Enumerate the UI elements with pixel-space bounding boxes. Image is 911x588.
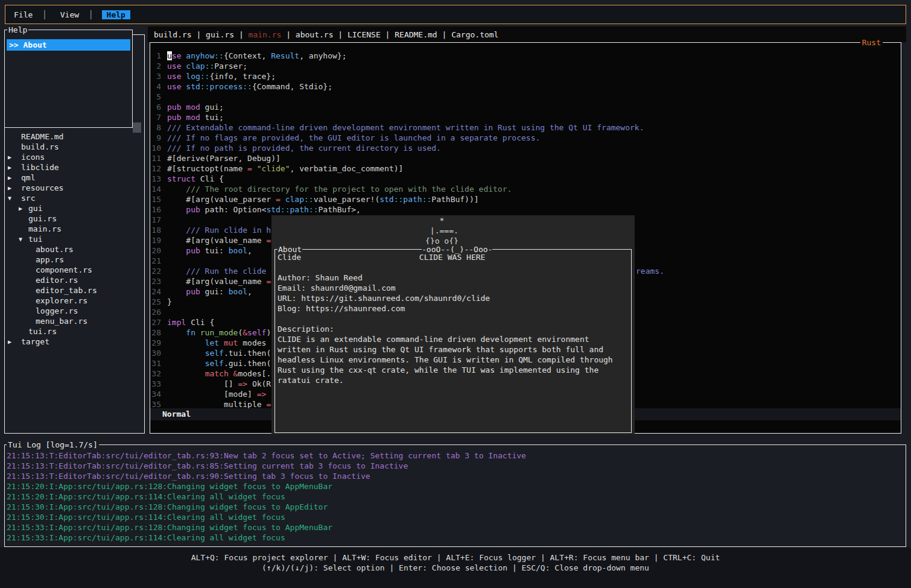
tree-item-main-rs[interactable]: main.rs [5,224,143,234]
chevron-collapsed-icon[interactable]: ▶ [19,203,22,213]
code-token: mod [186,113,200,122]
tab-separator: | [234,30,248,40]
code-token: se [172,51,182,60]
code-token: :: [200,82,210,91]
code-line-16: 16 pub path: Option<std::path::PathBuf>, [151,204,900,215]
code-token: std [266,205,280,214]
tab-build-rs[interactable]: build.rs [154,30,192,40]
code-token: std [379,195,393,204]
tree-item-label: editor.rs [5,275,78,285]
code-token: struct [167,174,195,183]
line-number: 32 [151,368,161,379]
menu-separator: │ [84,10,98,19]
menu-view[interactable]: View [56,10,84,19]
code-line-5: 5 [151,92,900,102]
tree-item-menu-bar-rs[interactable]: menu_bar.rs [5,316,143,326]
tree-item-label: main.rs [5,224,62,234]
code-token: process [209,82,243,91]
code-token: PathBuf>, [318,205,360,214]
code-line-15: 15 #[arg(value_parser = clap::value_pars… [151,194,900,204]
tab-cargo-toml[interactable]: Cargo.toml [451,30,498,40]
tree-item-gui[interactable]: ▶gui [5,203,143,213]
chevron-collapsed-icon[interactable]: ▶ [8,152,11,162]
tree-item-app-rs[interactable]: app.rs [5,254,143,265]
code-token [167,338,205,347]
chevron-collapsed-icon[interactable]: ▶ [8,172,11,183]
tree-item-target[interactable]: ▶target [5,337,143,347]
code-token: ) [266,328,271,337]
tree-item-tui[interactable]: ▼tui [5,234,143,244]
code-line-12: 12#[structopt(name = "clide", verbatim_d… [151,163,900,174]
tree-item-readme-md[interactable]: README.md [5,131,143,142]
tree-item-editor-tab-rs[interactable]: editor_tab.rs [5,285,143,296]
code-token: {Context, [224,51,271,60]
code-token: match [205,369,229,378]
tree-item-libclide[interactable]: ▶libclide [5,162,143,172]
tui-log-title: Tui Log [log=1.7/s] [7,440,99,450]
code-token: use [167,82,181,91]
code-token: :: [394,195,404,204]
log-entry-trace: 21:15:13:T:EditorTab:src/tui/editor_tab.… [7,471,904,481]
code-token: self [205,359,224,368]
code-token: => [238,379,247,388]
code-token: /// If no path is provided, the current … [167,144,441,153]
hotkey-bar: ALT+Q: Focus project explorer | ALT+W: F… [0,548,911,588]
code-token: path [403,195,422,204]
code-line-6: 6pub mod gui; [151,102,900,112]
code-token: tui; [200,113,224,122]
code-token [252,164,257,173]
code-token: tui: [200,246,229,255]
code-token [167,369,205,378]
tab-license[interactable]: LICENSE [348,30,381,40]
code-token: Cli { [195,174,224,183]
code-line-8: 8/// Extendable command-line driven deve… [151,122,900,133]
code-token: pub [186,205,200,214]
tree-item-build-rs[interactable]: build.rs [5,142,143,152]
code-token: , [247,287,252,296]
tree-item-editor-rs[interactable]: editor.rs [5,275,143,285]
code-token: = [247,164,252,173]
tree-item-gui-rs[interactable]: gui.rs [5,213,143,224]
code-token: .gui.then( [224,359,271,368]
menu-help[interactable]: Help [102,10,130,19]
help-dropdown-menu: Help >> About [4,30,133,128]
tree-item-explorer-rs[interactable]: explorer.rs [5,296,143,306]
code-token: Cli { [186,318,214,327]
menu-item-about[interactable]: >> About [7,39,130,51]
code-token: :: [205,62,215,71]
tree-item-icons[interactable]: ▶icons [5,152,143,162]
tab-readme-md[interactable]: README.md [395,30,437,40]
tree-item-component-rs[interactable]: component.rs [5,265,143,275]
chevron-collapsed-icon[interactable]: ▶ [8,183,11,193]
tree-item-resources[interactable]: ▶resources [5,183,143,193]
chevron-expanded-icon[interactable]: ▼ [19,234,22,244]
editor-tab-bar: build.rs | gui.rs | main.rs | about.rs |… [148,27,906,42]
tree-item-qml[interactable]: ▶qml [5,172,143,183]
line-number: 29 [151,338,161,348]
tab-gui-rs[interactable]: gui.rs [206,30,234,40]
chevron-collapsed-icon[interactable]: ▶ [8,162,11,172]
code-token: "clide" [257,164,290,173]
code-token: = [266,400,271,409]
tree-item-about-rs[interactable]: about.rs [5,244,143,254]
tree-item-label: libclide [5,162,59,172]
code-token: :: [309,205,319,214]
tui-log-panel[interactable]: Tui Log [log=1.7/s] 21:15:13:T:EditorTab… [4,444,906,547]
log-entry-info: 21:15:30:I:App:src/tui/app.rs:128:Changi… [7,502,904,512]
code-token: pub [167,113,181,122]
code-token: multiple [167,400,266,409]
chevron-collapsed-icon[interactable]: ▶ [8,337,11,347]
tab-about-rs[interactable]: about.rs [296,30,334,40]
log-entry-trace: 21:15:13:T:EditorTab:src/tui/editor_tab.… [7,450,904,461]
code-token: = [266,277,271,286]
tree-item-logger-rs[interactable]: logger.rs [5,306,143,316]
explorer-scrollbar-thumb[interactable] [133,122,141,133]
tui-log-lines: 21:15:13:T:EditorTab:src/tui/editor_tab.… [7,450,904,543]
tree-item-tui-rs[interactable]: tui.rs [5,326,143,337]
tree-item-src[interactable]: ▼src [5,193,143,203]
menu-file[interactable]: File [9,10,37,19]
chevron-expanded-icon[interactable]: ▼ [8,193,11,203]
tab-separator: | [437,30,451,40]
line-number: 28 [151,327,161,338]
tab-main-rs[interactable]: main.rs [249,30,282,40]
